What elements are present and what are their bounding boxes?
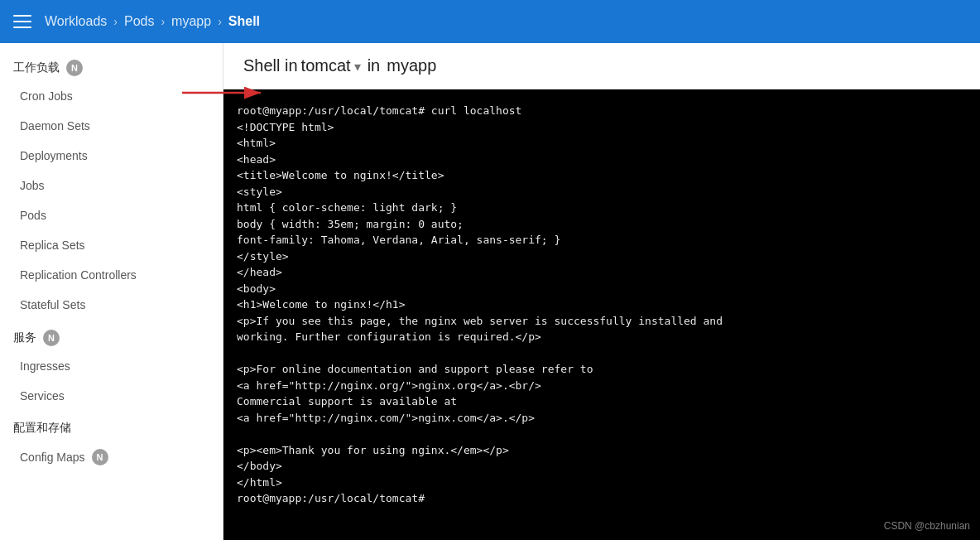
sidebar-item-jobs[interactable]: Jobs [0,171,223,200]
breadcrumb-shell: Shell [228,14,260,29]
breadcrumb-workloads[interactable]: Workloads [45,14,107,29]
sidebar-section-workloads-label: 工作负载 [13,60,60,75]
sidebar-item-replication-controllers[interactable]: Replication Controllers [0,260,223,290]
sidebar-item-cron-jobs[interactable]: Cron Jobs [0,81,223,111]
sidebar-item-config-maps-label: Config Maps [20,451,85,464]
breadcrumb-sep-1: › [113,15,118,28]
shell-container-dropdown[interactable]: Shell in tomcat ▾ [243,56,361,75]
breadcrumb-pods[interactable]: Pods [124,14,154,29]
shell-app-name: myapp [387,56,436,75]
breadcrumb-sep-3: › [218,15,222,28]
sidebar-item-deployments[interactable]: Deployments [0,141,223,171]
sidebar-item-stateful-sets[interactable]: Stateful Sets [0,290,223,320]
sidebar-item-replica-sets[interactable]: Replica Sets [0,230,223,260]
watermark: CSDN @cbzhunian [884,518,970,533]
sidebar-section-services: 服务 N [0,320,223,351]
breadcrumb-sep-2: › [161,15,165,28]
shell-container-name: tomcat [301,56,351,75]
sidebar-item-daemon-sets[interactable]: Daemon Sets [0,111,223,141]
sidebar-section-workloads: 工作负载 N [0,50,223,81]
terminal-content: root@myapp:/usr/local/tomcat# curl local… [237,103,967,507]
sidebar-section-config-storage-label: 配置和存储 [13,421,71,436]
breadcrumb: Workloads › Pods › myapp › Shell [45,14,260,29]
breadcrumb-myapp[interactable]: myapp [171,14,211,29]
menu-icon[interactable] [13,15,31,28]
sidebar: 工作负载 N Cron Jobs Daemon Sets Deployments… [0,43,223,540]
sidebar-section-config-storage: 配置和存储 [0,411,223,441]
dropdown-chevron-icon: ▾ [354,59,361,75]
shell-title-prefix: Shell in [243,56,298,75]
sidebar-badge-workloads: N [66,60,83,76]
main-layout: 工作负载 N Cron Jobs Daemon Sets Deployments… [0,43,980,540]
sidebar-badge-services: N [43,330,60,346]
shell-header: Shell in tomcat ▾ in myapp [223,43,980,89]
sidebar-item-config-maps[interactable]: Config Maps N [0,441,223,474]
shell-in-label: in [368,56,381,75]
main-content: Shell in tomcat ▾ in myapp root@myapp:/u… [223,43,980,540]
sidebar-item-ingresses[interactable]: Ingresses [0,351,223,381]
sidebar-item-services[interactable]: Services [0,381,223,411]
sidebar-item-pods[interactable]: Pods [0,200,223,230]
app-header: Workloads › Pods › myapp › Shell [0,0,980,43]
sidebar-section-services-label: 服务 [13,330,36,345]
terminal-output[interactable]: root@myapp:/usr/local/tomcat# curl local… [223,89,980,540]
sidebar-badge-config-maps: N [92,449,108,465]
